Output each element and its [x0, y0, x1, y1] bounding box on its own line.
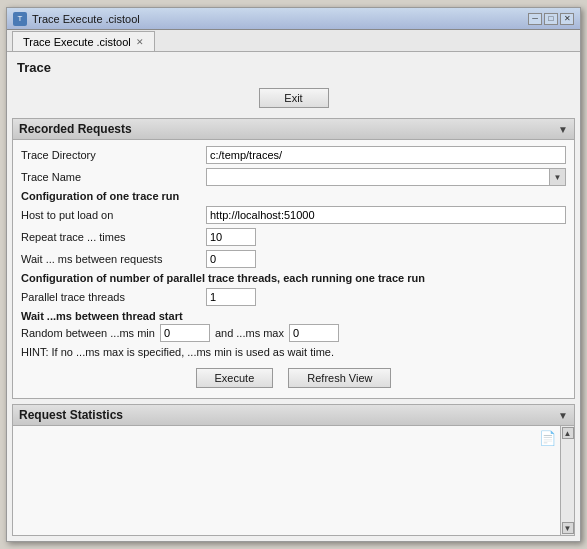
recorded-requests-title: Recorded Requests [19, 122, 132, 136]
request-statistics-title: Request Statistics [19, 408, 123, 422]
trace-name-input-group: ▼ [206, 168, 566, 186]
random-max-input[interactable] [289, 324, 339, 342]
random-range-row: Random between ...ms min and ...ms max [21, 324, 566, 342]
request-statistics-section: Request Statistics ▼ 📄 ▲ ▼ [12, 404, 575, 536]
random-min-input[interactable] [160, 324, 210, 342]
exit-button[interactable]: Exit [259, 88, 329, 108]
content-area: Trace Exit Recorded Requests ▼ Trace Dir… [7, 52, 580, 541]
minimize-button[interactable]: ─ [528, 13, 542, 25]
request-statistics-collapse-icon[interactable]: ▼ [558, 410, 568, 421]
recorded-requests-body: Trace Directory Trace Name ▼ Configurati… [13, 140, 574, 398]
trace-name-row: Trace Name ▼ [21, 168, 566, 186]
trace-name-input[interactable] [206, 168, 550, 186]
exit-row: Exit [12, 83, 575, 113]
trace-directory-input[interactable] [206, 146, 566, 164]
config-parallel-label: Configuration of number of parallel trac… [21, 272, 566, 284]
hint-text: HINT: If no ...ms max is specified, ...m… [21, 346, 566, 358]
host-input[interactable] [206, 206, 566, 224]
host-row: Host to put load on [21, 206, 566, 224]
action-buttons-row: Execute Refresh View [21, 364, 566, 392]
request-statistics-body: 📄 ▲ ▼ [13, 426, 574, 535]
execute-button[interactable]: Execute [196, 368, 274, 388]
wait-requests-label: Wait ... ms between requests [21, 253, 206, 265]
scroll-up-arrow[interactable]: ▲ [562, 427, 574, 439]
wait-requests-input[interactable] [206, 250, 256, 268]
app-icon: T [13, 12, 27, 26]
parallel-threads-label: Parallel trace threads [21, 291, 206, 303]
repeat-label: Repeat trace ... times [21, 231, 206, 243]
close-button[interactable]: ✕ [560, 13, 574, 25]
recorded-requests-section: Recorded Requests ▼ Trace Directory Trac… [12, 118, 575, 399]
main-window: T Trace Execute .cistool ─ □ ✕ Trace Exe… [6, 7, 581, 542]
config-one-trace-label: Configuration of one trace run [21, 190, 566, 202]
parallel-threads-row: Parallel trace threads [21, 288, 566, 306]
refresh-view-button[interactable]: Refresh View [288, 368, 391, 388]
trace-directory-row: Trace Directory [21, 146, 566, 164]
title-bar-controls: ─ □ ✕ [528, 13, 574, 25]
host-label: Host to put load on [21, 209, 206, 221]
tab-trace-execute[interactable]: Trace Execute .cistool ✕ [12, 31, 155, 51]
request-statistics-header: Request Statistics ▼ [13, 405, 574, 426]
title-bar-left: T Trace Execute .cistool [13, 12, 140, 26]
trace-name-label: Trace Name [21, 171, 206, 183]
panel-title: Trace [12, 57, 575, 78]
tab-label: Trace Execute .cistool [23, 36, 131, 48]
parallel-threads-input[interactable] [206, 288, 256, 306]
and-max-label: and ...ms max [215, 327, 284, 339]
wait-requests-row: Wait ... ms between requests [21, 250, 566, 268]
trace-directory-label: Trace Directory [21, 149, 206, 161]
recorded-requests-collapse-icon[interactable]: ▼ [558, 124, 568, 135]
tab-close-icon[interactable]: ✕ [136, 37, 144, 47]
random-min-label: Random between ...ms min [21, 327, 155, 339]
window-title: Trace Execute .cistool [32, 13, 140, 25]
title-bar: T Trace Execute .cistool ─ □ ✕ [7, 8, 580, 30]
vertical-scrollbar[interactable]: ▲ ▼ [560, 426, 574, 535]
maximize-button[interactable]: □ [544, 13, 558, 25]
repeat-input[interactable] [206, 228, 256, 246]
recorded-requests-header: Recorded Requests ▼ [13, 119, 574, 140]
trace-name-dropdown-button[interactable]: ▼ [550, 168, 566, 186]
repeat-row: Repeat trace ... times [21, 228, 566, 246]
scroll-down-arrow[interactable]: ▼ [562, 522, 574, 534]
pdf-icon[interactable]: 📄 [539, 430, 556, 446]
tab-bar: Trace Execute .cistool ✕ [7, 30, 580, 52]
wait-ms-label: Wait ...ms between thread start [21, 310, 566, 322]
